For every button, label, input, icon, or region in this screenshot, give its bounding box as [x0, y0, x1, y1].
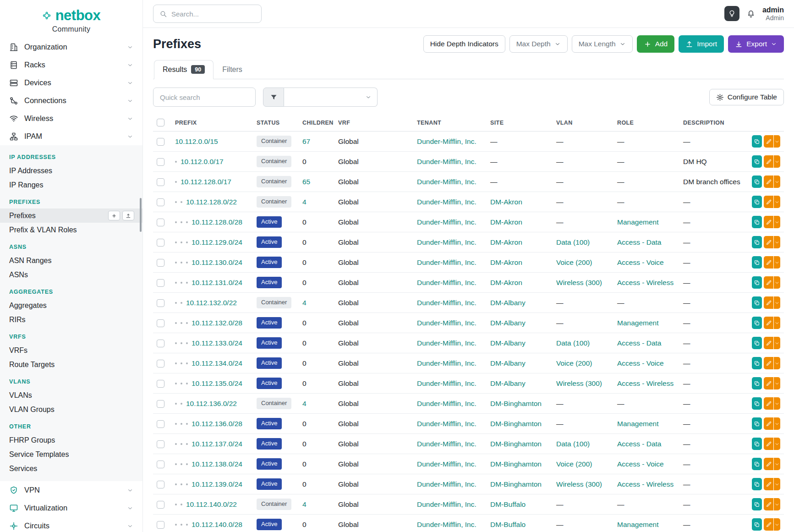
sidebar-item-rirs[interactable]: RIRs	[0, 313, 142, 327]
prefix-link[interactable]: 10.112.128.0/28	[192, 218, 242, 226]
row-dropdown-button[interactable]	[774, 377, 780, 389]
max-length-dropdown[interactable]: Max Length	[572, 35, 633, 53]
row-checkbox[interactable]	[157, 340, 164, 347]
tenant-link[interactable]: Dunder-Mifflin, Inc.	[417, 440, 476, 448]
row-checkbox[interactable]	[157, 440, 164, 448]
clone-prefix-button[interactable]	[752, 498, 762, 510]
vlan-link[interactable]: Wireless (300)	[556, 379, 602, 387]
row-checkbox[interactable]	[157, 279, 164, 287]
row-checkbox[interactable]	[157, 420, 164, 428]
hide-depth-indicators-button[interactable]: Hide Depth Indicators	[423, 35, 505, 53]
tab-filters[interactable]: Filters	[214, 60, 251, 79]
tenant-link[interactable]: Dunder-Mifflin, Inc.	[417, 359, 476, 367]
sidebar-item-asns[interactable]: ASNs	[0, 268, 142, 282]
tenant-link[interactable]: Dunder-Mifflin, Inc.	[417, 420, 476, 428]
edit-prefix-button[interactable]	[764, 176, 774, 188]
sidebar-item-ip-addresses[interactable]: IP Addresses	[0, 164, 142, 178]
prefix-link[interactable]: 10.112.0.0/15	[175, 137, 218, 145]
vlan-link[interactable]: Wireless (300)	[556, 279, 602, 286]
clone-prefix-button[interactable]	[752, 478, 762, 490]
children-count-link[interactable]: 4	[302, 500, 307, 508]
column-header-description[interactable]: DESCRIPTION	[679, 114, 748, 132]
tenant-link[interactable]: Dunder-Mifflin, Inc.	[417, 521, 476, 528]
vlan-link[interactable]: Voice (200)	[556, 460, 592, 468]
tenant-link[interactable]: Dunder-Mifflin, Inc.	[417, 319, 476, 327]
add-prefix-button[interactable]	[108, 211, 120, 220]
site-link[interactable]: DM-Albany	[490, 359, 526, 367]
tenant-link[interactable]: Dunder-Mifflin, Inc.	[417, 500, 476, 508]
role-link[interactable]: Access - Voice	[617, 359, 664, 367]
sidebar-item-aggregates[interactable]: Aggregates	[0, 298, 142, 313]
sidebar-item-wireless[interactable]: Wireless	[0, 110, 142, 127]
edit-prefix-button[interactable]	[764, 337, 774, 349]
column-header-children[interactable]: CHILDREN	[299, 114, 334, 132]
site-link[interactable]: DM-Akron	[490, 258, 522, 266]
prefix-link[interactable]: 10.112.132.0/22	[186, 299, 237, 307]
column-header-role[interactable]: ROLE	[613, 114, 679, 132]
row-checkbox[interactable]	[157, 259, 164, 267]
tenant-link[interactable]: Dunder-Mifflin, Inc.	[417, 137, 476, 145]
role-link[interactable]: Access - Voice	[617, 460, 664, 468]
tenant-link[interactable]: Dunder-Mifflin, Inc.	[417, 258, 476, 266]
sidebar-item-racks[interactable]: Racks	[0, 56, 142, 74]
vlan-link[interactable]: Voice (200)	[556, 258, 592, 266]
role-link[interactable]: Access - Data	[617, 238, 661, 246]
sidebar-item-fhrp-groups[interactable]: FHRP Groups	[0, 433, 142, 447]
tenant-link[interactable]: Dunder-Mifflin, Inc.	[417, 178, 476, 186]
prefix-link[interactable]: 10.112.136.0/22	[186, 400, 237, 407]
edit-prefix-button[interactable]	[764, 397, 774, 410]
children-count-link[interactable]: 4	[302, 400, 307, 407]
vlan-link[interactable]: Data (100)	[556, 440, 590, 448]
row-dropdown-button[interactable]	[774, 196, 780, 208]
edit-prefix-button[interactable]	[764, 196, 774, 208]
global-search[interactable]	[153, 5, 262, 23]
site-link[interactable]: DM-Akron	[490, 198, 522, 206]
theme-toggle-button[interactable]	[724, 6, 739, 21]
sidebar-item-prefix-vlan-roles[interactable]: Prefix & VLAN Roles	[0, 223, 142, 237]
clone-prefix-button[interactable]	[752, 337, 762, 349]
prefix-link[interactable]: 10.112.135.0/24	[192, 379, 242, 387]
site-link[interactable]: DM-Binghamton	[490, 420, 542, 428]
role-link[interactable]: Access - Wireless	[617, 480, 674, 488]
children-count-link[interactable]: 65	[302, 178, 310, 186]
row-checkbox[interactable]	[157, 481, 164, 488]
row-dropdown-button[interactable]	[774, 498, 780, 510]
sidebar-item-organization[interactable]: Organization	[0, 38, 142, 56]
edit-prefix-button[interactable]	[764, 478, 774, 490]
prefix-link[interactable]: 10.112.133.0/24	[192, 339, 242, 347]
row-dropdown-button[interactable]	[774, 216, 780, 228]
children-count-link[interactable]: 4	[302, 198, 307, 206]
sidebar-item-route-targets[interactable]: Route Targets	[0, 357, 142, 372]
prefix-link[interactable]: 10.112.131.0/24	[192, 279, 242, 286]
site-link[interactable]: DM-Binghamton	[490, 400, 542, 407]
column-header-vrf[interactable]: VRF	[334, 114, 413, 132]
select-all-checkbox[interactable]	[157, 119, 164, 126]
notifications-bell-icon[interactable]	[746, 9, 756, 18]
edit-prefix-button[interactable]	[764, 256, 774, 269]
sidebar-item-vlan-groups[interactable]: VLAN Groups	[0, 402, 142, 417]
row-checkbox[interactable]	[157, 319, 164, 327]
children-count-link[interactable]: 4	[302, 299, 307, 307]
prefix-link[interactable]: 10.112.140.0/22	[186, 500, 237, 508]
row-dropdown-button[interactable]	[774, 317, 780, 329]
import-prefixes-button[interactable]	[122, 211, 134, 220]
clone-prefix-button[interactable]	[752, 236, 762, 248]
vlan-link[interactable]: Voice (200)	[556, 359, 592, 367]
clone-prefix-button[interactable]	[752, 196, 762, 208]
prefix-link[interactable]: 10.112.128.0/17	[181, 178, 231, 186]
site-link[interactable]: DM-Akron	[490, 218, 522, 226]
sidebar-item-prefixes[interactable]: Prefixes	[0, 208, 142, 223]
clone-prefix-button[interactable]	[752, 438, 762, 450]
site-link[interactable]: DM-Buffalo	[490, 521, 526, 528]
sidebar-item-asn-ranges[interactable]: ASN Ranges	[0, 253, 142, 268]
prefix-link[interactable]: 10.112.128.0/22	[186, 198, 237, 206]
import-button[interactable]: Import	[679, 35, 724, 53]
role-link[interactable]: Access - Wireless	[617, 379, 674, 387]
row-dropdown-button[interactable]	[774, 438, 780, 450]
prefix-link[interactable]: 10.112.136.0/28	[192, 420, 242, 428]
row-dropdown-button[interactable]	[774, 417, 780, 430]
prefix-link[interactable]: 10.112.138.0/24	[192, 460, 242, 468]
prefix-link[interactable]: 10.112.140.0/28	[192, 521, 242, 528]
site-link[interactable]: DM-Buffalo	[490, 500, 526, 508]
edit-prefix-button[interactable]	[764, 317, 774, 329]
